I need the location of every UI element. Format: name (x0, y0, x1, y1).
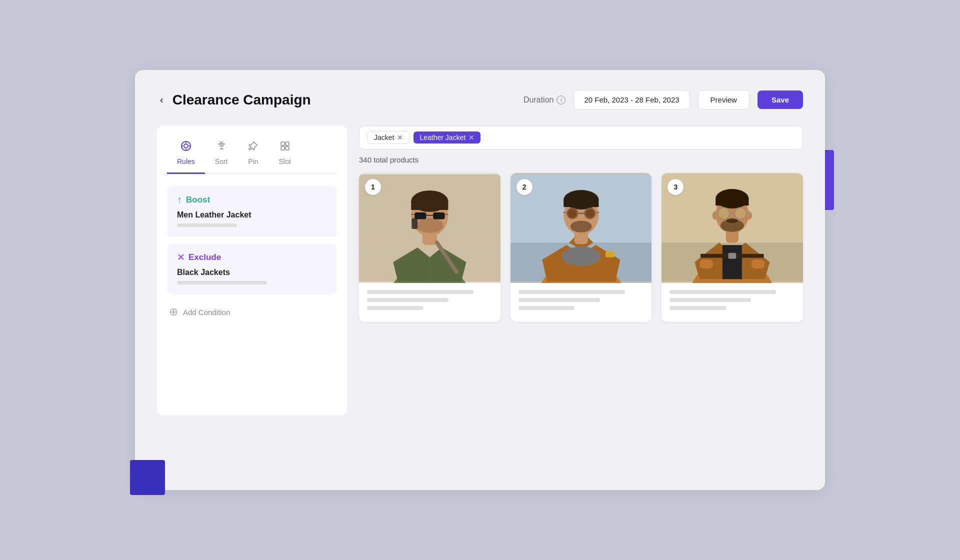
decorative-corner-bl (130, 460, 165, 495)
header-right: Duration i 20 Feb, 2023 - 28 Feb, 2023 P… (524, 90, 803, 110)
date-range[interactable]: 20 Feb, 2023 - 28 Feb, 2023 (574, 90, 690, 110)
main-container: ‹ Clearance Campaign Duration i 20 Feb, … (135, 70, 825, 490)
svg-rect-10 (281, 146, 284, 150)
products-grid: 1 (359, 173, 803, 322)
duration-info-icon[interactable]: i (556, 96, 566, 104)
boost-rule-card: ↑ Boost Men Leather Jacket (167, 186, 337, 237)
product-bar-3b (670, 298, 751, 302)
header: ‹ Clearance Campaign Duration i 20 Feb, … (157, 90, 803, 110)
svg-rect-58 (722, 245, 742, 279)
product-card-2: 2 (510, 173, 652, 322)
exclude-rule-bar (177, 281, 267, 284)
tag-leather-jacket-label: Leather Jacket (420, 134, 466, 142)
duration-label: Duration i (524, 96, 566, 104)
product-image-1: 1 (359, 173, 500, 283)
exclude-label: Exclude (188, 252, 221, 262)
tab-rules-label: Rules (177, 158, 195, 166)
tab-pin-label: Pin (248, 158, 258, 166)
svg-point-51 (562, 246, 600, 266)
tag-jacket-label: Jacket (374, 134, 394, 142)
total-products: 340 total products (359, 156, 803, 164)
product-number-2: 2 (516, 179, 532, 195)
svg-rect-9 (286, 142, 289, 146)
svg-point-45 (586, 209, 594, 218)
boost-rule-title: Men Leather Jacket (177, 210, 327, 220)
add-condition-label: Add Condition (183, 308, 230, 316)
svg-rect-41 (564, 200, 598, 207)
back-button[interactable]: ‹ (157, 92, 166, 108)
right-panel: Jacket ✕ Leather Jacket ✕ 340 total prod… (359, 126, 803, 416)
product-info-2 (510, 283, 652, 322)
tag-leather-jacket-close[interactable]: ✕ (468, 134, 474, 142)
svg-rect-26 (433, 212, 444, 220)
tab-slot[interactable]: Slot (268, 136, 300, 174)
tag-jacket-close[interactable]: ✕ (397, 134, 403, 142)
svg-rect-8 (281, 142, 284, 146)
exclude-rule-header: ✕ Exclude (177, 252, 327, 263)
exclude-rule-title: Black Jackets (177, 268, 327, 277)
tab-slot-label: Slot (278, 158, 290, 166)
boost-rule-header: ↑ Boost (177, 194, 327, 206)
exclude-x-icon: ✕ (177, 252, 184, 263)
svg-rect-25 (414, 212, 426, 220)
product-bar-3a (670, 290, 776, 294)
product-bar-2b (518, 298, 600, 302)
boost-label: Boost (186, 195, 210, 205)
svg-rect-64 (716, 199, 749, 206)
search-bar[interactable]: Jacket ✕ Leather Jacket ✕ (359, 126, 803, 150)
product-card-1: 1 (359, 173, 500, 322)
left-panel: Rules Sort (157, 126, 347, 416)
add-condition-icon: ⊕ (169, 306, 178, 318)
svg-rect-31 (412, 218, 418, 229)
svg-point-68 (735, 208, 746, 219)
product-image-3: 3 (662, 173, 803, 283)
add-condition-button[interactable]: ⊕ Add Condition (167, 302, 337, 322)
svg-rect-73 (752, 260, 765, 268)
page-title: Clearance Campaign (172, 92, 311, 108)
svg-point-44 (568, 209, 577, 218)
svg-rect-11 (286, 146, 289, 150)
svg-point-67 (718, 208, 730, 219)
product-bar-2a (518, 290, 625, 294)
boost-arrow-icon: ↑ (177, 194, 182, 206)
product-bar-1b (367, 298, 448, 302)
product-bar-1a (367, 290, 474, 294)
tab-sort[interactable]: Sort (205, 136, 238, 174)
pin-icon (248, 140, 258, 154)
tag-leather-jacket[interactable]: Leather Jacket ✕ (414, 132, 480, 144)
svg-point-1 (184, 144, 188, 148)
svg-point-49 (570, 220, 592, 232)
svg-rect-75 (728, 253, 736, 259)
sort-icon (216, 140, 227, 154)
product-info-3 (662, 283, 803, 322)
product-card-3: 3 (662, 173, 803, 322)
tab-sort-label: Sort (215, 158, 228, 166)
svg-rect-24 (411, 201, 448, 210)
product-bar-3c (670, 306, 726, 310)
tag-jacket[interactable]: Jacket ✕ (368, 131, 410, 144)
product-image-2: 2 (510, 173, 652, 283)
svg-point-62 (726, 218, 738, 224)
svg-rect-72 (700, 260, 713, 268)
preview-button[interactable]: Preview (698, 90, 750, 110)
tab-rules[interactable]: Rules (167, 136, 205, 174)
header-left: ‹ Clearance Campaign (157, 92, 311, 108)
save-button[interactable]: Save (758, 90, 803, 109)
product-number-1: 1 (365, 179, 381, 195)
boost-rule-bar (177, 224, 237, 227)
rules-icon (180, 140, 192, 154)
exclude-rule-card: ✕ Exclude Black Jackets (167, 244, 337, 294)
svg-rect-50 (606, 252, 614, 258)
slot-icon (280, 140, 290, 154)
tab-pin[interactable]: Pin (238, 136, 268, 174)
tabs: Rules Sort (167, 136, 337, 174)
content: Rules Sort (157, 126, 803, 416)
svg-point-22 (416, 218, 444, 233)
product-info-1 (359, 283, 500, 322)
product-bar-1c (367, 306, 424, 310)
product-bar-2c (518, 306, 575, 310)
